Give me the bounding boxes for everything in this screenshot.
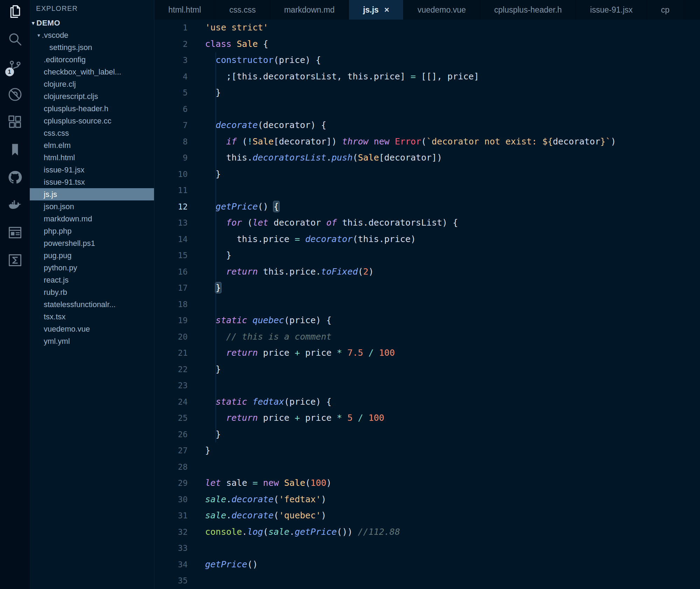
close-icon[interactable]: × [384, 5, 389, 15]
tree-item-label: checkbox_with_label... [44, 68, 121, 77]
code-line-20[interactable]: 20 // this is a comment [154, 329, 700, 345]
code-line-9[interactable]: 9 this.decoratorsList.push(Sale[decorato… [154, 150, 700, 166]
tree-file-pug.pug[interactable]: pug.pug [30, 249, 154, 262]
tree-file-cplusplus-header.h[interactable]: cplusplus-header.h [30, 102, 154, 115]
github-icon[interactable] [7, 169, 23, 185]
code-line-26[interactable]: 26 } [154, 426, 700, 443]
code-line-14[interactable]: 14 this.price = decorator(this.price) [154, 231, 700, 248]
code-line-13[interactable]: 13 for (let decorator of this.decorators… [154, 215, 700, 231]
line-number: 32 [154, 524, 188, 540]
line-number: 27 [154, 442, 188, 459]
tree-item-label: vuedemo.vue [44, 325, 90, 334]
tab-html.html[interactable]: html.html [154, 0, 215, 20]
code-line-17[interactable]: 17 } [154, 280, 700, 296]
tree-folder-.vscode[interactable]: ▾.vscode [30, 29, 154, 41]
code-line-30[interactable]: 30sale.decorate('fedtax') [154, 491, 700, 508]
tree-file-checkbox_with_label...[interactable]: checkbox_with_label... [30, 66, 154, 78]
code-line-5[interactable]: 5 } [154, 85, 700, 101]
tab-cplusplus-header.h[interactable]: cplusplus-header.h [480, 0, 576, 20]
code-line-12[interactable]: 12 getPrice() { [154, 199, 700, 215]
tree-file-tsx.tsx[interactable]: tsx.tsx [30, 311, 154, 323]
code-line-18[interactable]: 18 [154, 296, 700, 313]
code-line-4[interactable]: 4 ;[this.decoratorsList, this.price] = [… [154, 69, 700, 85]
tab-label: issue-91.jsx [590, 5, 632, 15]
tree-file-issue-91.jsx[interactable]: issue-91.jsx [30, 164, 154, 176]
code-line-33[interactable]: 33 [154, 540, 700, 556]
tab-js.js[interactable]: js.js× [349, 0, 404, 20]
code-line-24[interactable]: 24 static fedtax(price) { [154, 394, 700, 410]
tree-file-python.py[interactable]: python.py [30, 262, 154, 274]
search-icon[interactable] [7, 31, 23, 47]
code-line-2[interactable]: 2class Sale { [154, 36, 700, 52]
terminal-icon[interactable] [7, 252, 23, 268]
code-line-content: this.price = decorator(this.price) [188, 231, 416, 248]
code-line-28[interactable]: 28 [154, 459, 700, 475]
code-line-7[interactable]: 7 decorate(decorator) { [154, 117, 700, 134]
tree-file-yml.yml[interactable]: yml.yml [30, 335, 154, 347]
code-line-32[interactable]: 32console.log(sale.getPrice()) //112.88 [154, 524, 700, 540]
tree-item-label: issue-91.tsx [44, 178, 85, 187]
tree-file-powershell.ps1[interactable]: powershell.ps1 [30, 237, 154, 249]
line-number: 30 [154, 491, 188, 508]
tab-markdown.md[interactable]: markdown.md [270, 0, 349, 20]
code-line-19[interactable]: 19 static quebec(price) { [154, 312, 700, 329]
tree-file-statelessfunctionalr...[interactable]: statelessfunctionalr... [30, 298, 154, 311]
tree-file-.editorconfig[interactable]: .editorconfig [30, 54, 154, 66]
tree-file-markdown.md[interactable]: markdown.md [30, 213, 154, 225]
code-line-16[interactable]: 16 return this.price.toFixed(2) [154, 264, 700, 280]
tab-issue-91.jsx[interactable]: issue-91.jsx [576, 0, 647, 20]
docker-icon[interactable] [7, 197, 23, 213]
tab-label: cplusplus-header.h [494, 5, 562, 15]
code-line-11[interactable]: 11 [154, 182, 700, 199]
code-line-15[interactable]: 15 } [154, 247, 700, 264]
files-icon[interactable] [7, 3, 23, 20]
tree-file-php.php[interactable]: php.php [30, 225, 154, 237]
code-line-3[interactable]: 3 constructor(price) { [154, 52, 700, 69]
tab-css.css[interactable]: css.css [215, 0, 270, 20]
line-number: 10 [154, 166, 188, 183]
code-line-22[interactable]: 22 } [154, 361, 700, 378]
extensions-icon[interactable] [7, 114, 23, 130]
tree-file-cplusplus-source.cc[interactable]: cplusplus-source.cc [30, 115, 154, 127]
line-number: 34 [154, 556, 188, 573]
code-line-content: class Sale { [188, 36, 268, 52]
code-line-31[interactable]: 31sale.decorate('quebec') [154, 508, 700, 524]
code-editor[interactable]: 1'use strict'2class Sale {3 constructor(… [154, 20, 700, 589]
bookmarks-icon[interactable] [7, 142, 23, 158]
tree-file-js.js[interactable]: js.js [30, 188, 154, 200]
tab-cp[interactable]: cp [647, 0, 684, 20]
code-line-10[interactable]: 10 } [154, 166, 700, 183]
tree-file-settings.json[interactable]: settings.json [30, 41, 154, 54]
code-line-content [188, 540, 205, 556]
code-line-27[interactable]: 27} [154, 442, 700, 459]
source-control-icon[interactable]: 1 [7, 59, 23, 75]
line-number: 35 [154, 573, 188, 589]
tree-file-issue-91.tsx[interactable]: issue-91.tsx [30, 176, 154, 188]
code-line-25[interactable]: 25 return price + price * 5 / 100 [154, 410, 700, 426]
tree-file-css.css[interactable]: css.css [30, 127, 154, 139]
tree-file-vuedemo.vue[interactable]: vuedemo.vue [30, 323, 154, 335]
code-line-6[interactable]: 6 [154, 101, 700, 118]
tree-item-label: yml.yml [44, 337, 70, 346]
tree-file-clojurescript.cljs[interactable]: clojurescript.cljs [30, 90, 154, 102]
tree-item-label: markdown.md [44, 214, 92, 223]
code-line-21[interactable]: 21 return price + price * 7.5 / 100 [154, 345, 700, 361]
code-line-35[interactable]: 35 [154, 573, 700, 589]
tree-file-json.json[interactable]: json.json [30, 200, 154, 213]
tree-file-html.html[interactable]: html.html [30, 151, 154, 164]
code-line-8[interactable]: 8 if (!Sale[decorator]) throw new Error(… [154, 134, 700, 150]
code-line-34[interactable]: 34getPrice() [154, 556, 700, 573]
browser-preview-icon[interactable] [7, 225, 23, 241]
code-line-29[interactable]: 29let sale = new Sale(100) [154, 475, 700, 491]
tree-file-elm.elm[interactable]: elm.elm [30, 139, 154, 151]
tree-file-react.js[interactable]: react.js [30, 274, 154, 286]
tab-vuedemo.vue[interactable]: vuedemo.vue [404, 0, 480, 20]
code-line-1[interactable]: 1'use strict' [154, 20, 700, 36]
tree-item-label: DEMO [36, 19, 60, 28]
tree-folder-DEMO[interactable]: ▾DEMO [30, 17, 154, 29]
code-line-content: 'use strict' [188, 20, 268, 36]
code-line-23[interactable]: 23 [154, 377, 700, 394]
tree-file-ruby.rb[interactable]: ruby.rb [30, 286, 154, 298]
tree-file-clojure.clj[interactable]: clojure.clj [30, 78, 154, 90]
debug-disabled-icon[interactable] [7, 86, 23, 102]
